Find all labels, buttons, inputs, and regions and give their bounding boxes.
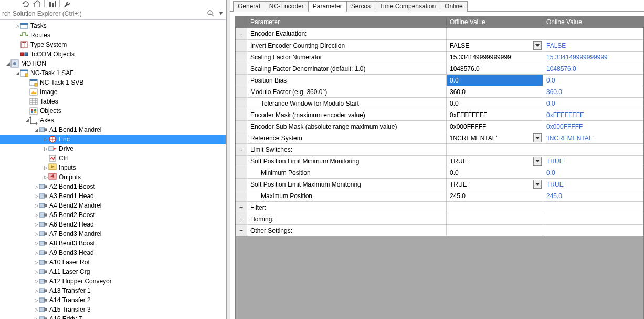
tree-item-tasks[interactable]: ▷Tasks xyxy=(0,21,226,30)
tree-expander[interactable]: ▷ xyxy=(34,260,39,265)
offline-value-cell[interactable]: 0.0 xyxy=(447,98,543,109)
tab-sercos[interactable]: Sercos xyxy=(346,1,375,12)
levels-icon[interactable] xyxy=(48,0,56,7)
search-input[interactable] xyxy=(0,10,226,17)
tree-expander[interactable]: ▷ xyxy=(34,288,39,293)
header-offline-value[interactable]: Offline Value xyxy=(447,18,543,26)
tree-item-a13-transfer-1[interactable]: ▷A13 Transfer 1 xyxy=(0,286,226,295)
search-icon[interactable] xyxy=(207,9,214,17)
tree-item-a12-hopper-conveyor[interactable]: ▷A12 Hopper Conveyor xyxy=(0,276,226,286)
param-row[interactable]: Modulo Factor (e.g. 360.0°)360.0360.0 xyxy=(236,86,643,97)
tree-item-a2-bend1-boost[interactable]: ▷A2 Bend1 Boost xyxy=(0,182,226,191)
dropdown-icon[interactable] xyxy=(533,133,542,142)
offline-value-cell[interactable]: 0.0 xyxy=(447,75,543,86)
row-expander[interactable]: - xyxy=(236,144,247,155)
solution-tree[interactable]: ▷Tasks▷Routes▷Type System▷TcCOM Objects◢… xyxy=(0,20,226,319)
param-row[interactable]: Reference System'INCREMENTAL''INCREMENTA… xyxy=(236,132,643,143)
tree-item-a7-bend3-mandrel[interactable]: ▷A7 Bend3 Mandrel xyxy=(0,229,226,239)
offline-value-cell[interactable] xyxy=(447,202,543,213)
offline-value-cell[interactable]: 'INCREMENTAL' xyxy=(447,132,543,143)
param-row[interactable]: Minimum Position0.00.0 xyxy=(236,167,643,178)
tree-item-tables[interactable]: ▷Tables xyxy=(0,97,226,106)
tree-item-outputs[interactable]: ▷Outputs xyxy=(0,172,226,182)
param-row[interactable]: +Other Settings: xyxy=(236,224,643,236)
offline-value-cell[interactable]: 0x000FFFFF xyxy=(447,121,543,132)
tab-online[interactable]: Online xyxy=(440,1,468,12)
tree-item-objects[interactable]: ▷Objects xyxy=(0,106,226,116)
offline-value-cell[interactable] xyxy=(447,225,543,236)
param-row[interactable]: Scaling Factor Numerator15.3341499999999… xyxy=(236,51,643,63)
param-row[interactable]: Invert Encoder Counting DirectionFALSEFA… xyxy=(236,39,643,51)
tree-item-enc[interactable]: ▷Enc xyxy=(0,135,226,144)
tree-item-tccom-objects[interactable]: ▷TcCOM Objects xyxy=(0,49,226,59)
refresh-icon[interactable] xyxy=(21,0,29,7)
tree-item-drive[interactable]: ▷Drive xyxy=(0,144,226,153)
offline-value-cell[interactable]: 245.0 xyxy=(447,190,543,201)
dropdown-icon[interactable] xyxy=(533,180,542,189)
header-online-value[interactable]: Online Value xyxy=(543,18,643,26)
tree-expander[interactable]: ▷ xyxy=(43,174,48,180)
tree-item-image[interactable]: ▷Image xyxy=(0,87,226,97)
tree-expander[interactable]: ▷ xyxy=(43,146,48,151)
tree-expander[interactable]: ▷ xyxy=(34,222,39,227)
tree-item-a15-transfer-3[interactable]: ▷A15 Transfer 3 xyxy=(0,305,226,314)
dropdown-icon[interactable] xyxy=(533,157,542,166)
tree-item-a5-bend2-boost[interactable]: ▷A5 Bend2 Boost xyxy=(0,210,226,220)
tree-expander[interactable]: ▷ xyxy=(34,297,39,303)
tab-nc-encoder[interactable]: NC-Encoder xyxy=(265,1,309,12)
offline-value-cell[interactable]: TRUE xyxy=(447,179,543,190)
param-row[interactable]: Position Bias0.00.0 xyxy=(236,74,643,86)
tree-expander[interactable]: ▷ xyxy=(34,231,39,236)
tree-expander[interactable]: ▷ xyxy=(43,137,48,142)
tree-item-routes[interactable]: ▷Routes xyxy=(0,30,226,40)
tree-expander[interactable]: ▷ xyxy=(43,165,48,170)
home-icon[interactable] xyxy=(33,0,41,7)
row-expander[interactable]: + xyxy=(236,225,247,236)
tree-item-nc-task-1-svb[interactable]: ▷NC-Task 1 SVB xyxy=(0,78,226,87)
tree-expander[interactable]: ◢ xyxy=(34,127,39,132)
dropdown-icon[interactable] xyxy=(533,41,542,50)
tree-expander[interactable]: ▷ xyxy=(34,269,39,274)
tree-item-a16-eddy-z[interactable]: ▷A16 Eddy Z xyxy=(0,314,226,319)
search-dropdown-icon[interactable]: ▾ xyxy=(219,9,223,17)
tree-item-motion[interactable]: ◢MOTION xyxy=(0,59,226,68)
tree-item-a11-laser-crg[interactable]: ▷A11 Laser Crg xyxy=(0,267,226,276)
tree-item-a1-bend1-mandrel[interactable]: ◢A1 Bend1 Mandrel xyxy=(0,125,226,135)
wrench-icon[interactable] xyxy=(63,0,71,7)
tree-item-axes[interactable]: ◢Axes xyxy=(0,116,226,125)
tree-expander[interactable]: ▷ xyxy=(34,307,39,312)
param-row[interactable]: +Homing: xyxy=(236,213,643,224)
tree-item-nc-task-1-saf[interactable]: ◢NC-Task 1 SAF xyxy=(0,68,226,78)
tree-expander[interactable]: ▷ xyxy=(34,184,39,189)
offline-value-cell[interactable]: FALSE xyxy=(447,40,543,51)
tree-item-inputs[interactable]: ▷Inputs xyxy=(0,163,226,172)
param-row[interactable]: Soft Position Limit Maximum MonitoringTR… xyxy=(236,178,643,190)
param-row[interactable]: Scaling Factor Denominator (default: 1.0… xyxy=(236,63,643,74)
tree-expander[interactable]: ▷ xyxy=(34,193,39,199)
tree-item-a9-bend3-head[interactable]: ▷A9 Bend3 Head xyxy=(0,248,226,258)
header-parameter[interactable]: Parameter xyxy=(247,18,447,26)
tree-item-a3-bend1-head[interactable]: ▷A3 Bend1 Head xyxy=(0,191,226,201)
tree-item-a4-bend2-mandrel[interactable]: ▷A4 Bend2 Mandrel xyxy=(0,201,226,210)
tree-item-a8-bend3-boost[interactable]: ▷A8 Bend3 Boost xyxy=(0,239,226,248)
tab-time-compensation[interactable]: Time Compensation xyxy=(375,1,440,12)
tree-expander[interactable]: ◢ xyxy=(15,70,20,76)
tree-expander[interactable]: ▷ xyxy=(34,241,39,246)
tree-expander[interactable]: ◢ xyxy=(5,61,10,66)
tree-expander[interactable]: ▷ xyxy=(34,279,39,284)
offline-value-cell[interactable] xyxy=(447,213,543,224)
param-row[interactable]: -Encoder Evaluation: xyxy=(236,28,643,39)
tree-item-a10-laser-rot[interactable]: ▷A10 Laser Rot xyxy=(0,258,226,267)
offline-value-cell[interactable] xyxy=(447,144,543,155)
offline-value-cell[interactable]: 15.334149999999999 xyxy=(447,52,543,63)
param-row[interactable]: +Filter: xyxy=(236,201,643,213)
tree-item-type-system[interactable]: ▷Type System xyxy=(0,40,226,49)
offline-value-cell[interactable] xyxy=(447,28,543,39)
param-row[interactable]: Tolerance Window for Modulo Start0.00.0 xyxy=(236,97,643,109)
param-row[interactable]: Soft Position Limit Minimum MonitoringTR… xyxy=(236,155,643,167)
tree-expander[interactable]: ▷ xyxy=(34,203,39,208)
tree-item-ctrl[interactable]: ▷Ctrl xyxy=(0,153,226,163)
param-row[interactable]: -Limit Switches: xyxy=(236,143,643,155)
tab-general[interactable]: General xyxy=(233,1,265,12)
offline-value-cell[interactable]: 360.0 xyxy=(447,86,543,97)
